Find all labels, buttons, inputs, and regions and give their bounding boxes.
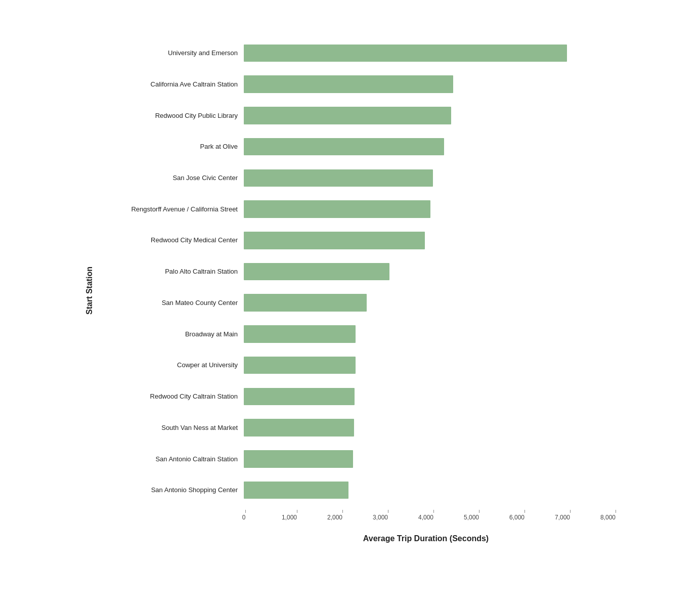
bar-fill	[244, 107, 451, 124]
x-tick-line	[297, 510, 297, 513]
bar-fill	[244, 325, 356, 343]
bar-fill	[244, 45, 567, 62]
bar-row: Rengstorff Avenue / California Street	[97, 194, 608, 225]
bar-fill	[244, 388, 355, 406]
bar-track	[244, 195, 608, 224]
bar-track	[244, 476, 608, 504]
x-tick-label: 5,000	[464, 514, 479, 521]
bar-row: Cowper at University	[97, 350, 608, 381]
bar-label: Broadway at Main	[97, 330, 244, 338]
bar-label: San Antonio Caltrain Station	[97, 455, 244, 463]
bar-fill	[244, 419, 354, 437]
bars-section: University and EmersonCalifornia Ave Cal…	[97, 37, 608, 506]
x-tick: 5,000	[471, 510, 487, 521]
bar-label: Park at Olive	[97, 143, 244, 151]
bar-row: California Ave Caltrain Station	[97, 69, 608, 100]
bar-row: University and Emerson	[97, 37, 608, 69]
x-tick-label: 2,000	[327, 514, 342, 521]
bar-track	[244, 133, 608, 161]
x-tick-label: 7,000	[555, 514, 570, 521]
bar-label: San Mateo County Center	[97, 299, 244, 307]
bar-row: Broadway at Main	[97, 319, 608, 350]
x-tick: 8,000	[608, 510, 623, 521]
x-ticks: 01,0002,0003,0004,0005,0006,0007,0008,00…	[244, 510, 608, 520]
bar-fill	[244, 232, 425, 249]
x-tick: 4,000	[426, 510, 441, 521]
x-tick-line	[245, 510, 246, 513]
x-tick: 3,000	[380, 510, 396, 521]
bar-row: San Jose Civic Center	[97, 162, 608, 194]
bar-track	[244, 226, 608, 254]
bar-label: Cowper at University	[97, 361, 244, 369]
bar-row: Redwood City Medical Center	[97, 225, 608, 256]
bar-track	[244, 289, 608, 317]
bar-label: South Van Ness at Market	[97, 424, 244, 432]
bar-fill	[244, 450, 353, 468]
bar-fill	[244, 138, 444, 156]
bar-track	[244, 101, 608, 129]
x-tick-line	[433, 510, 434, 513]
bar-label: Redwood City Caltrain Station	[97, 392, 244, 401]
bar-row: Palo Alto Caltrain Station	[97, 256, 608, 287]
bar-label: Rengstorff Avenue / California Street	[97, 205, 244, 213]
bar-track	[244, 382, 608, 411]
x-tick-line	[388, 510, 388, 513]
x-tick-label: 4,000	[418, 514, 433, 521]
x-axis-label: Average Trip Duration (Seconds)	[244, 534, 608, 543]
x-tick: 6,000	[517, 510, 532, 521]
x-tick-label: 6,000	[509, 514, 524, 521]
bar-fill	[244, 294, 367, 312]
bar-row: San Mateo County Center	[97, 287, 608, 319]
bar-fill	[244, 75, 453, 93]
x-axis-section: 01,0002,0003,0004,0005,0006,0007,0008,00…	[97, 506, 608, 543]
bar-track	[244, 320, 608, 348]
bar-row: Redwood City Public Library	[97, 100, 608, 131]
bar-row: Park at Olive	[97, 131, 608, 162]
x-tick: 0	[244, 510, 247, 521]
x-tick-line	[616, 510, 616, 513]
bar-track	[244, 351, 608, 379]
y-axis-label: Start Station	[82, 37, 97, 543]
chart-area: Start Station University and EmersonCali…	[82, 37, 608, 543]
bar-row: San Antonio Shopping Center	[97, 474, 608, 506]
bar-fill	[244, 482, 348, 499]
bar-label: University and Emerson	[97, 49, 244, 57]
x-tick-label: 8,000	[600, 514, 616, 521]
x-tick-line	[570, 510, 571, 513]
bar-label: Palo Alto Caltrain Station	[97, 268, 244, 276]
x-tick: 7,000	[562, 510, 578, 521]
x-tick-label: 3,000	[373, 514, 388, 521]
bar-label: Redwood City Public Library	[97, 112, 244, 120]
bar-track	[244, 164, 608, 192]
bar-label: Redwood City Medical Center	[97, 236, 244, 244]
bar-track	[244, 39, 608, 67]
x-tick: 1,000	[289, 510, 304, 521]
x-tick-label: 1,000	[282, 514, 297, 521]
bar-row: San Antonio Caltrain Station	[97, 444, 608, 475]
chart-inner: University and EmersonCalifornia Ave Cal…	[97, 37, 608, 543]
bar-track	[244, 70, 608, 99]
bar-track	[244, 445, 608, 473]
x-tick-line	[524, 510, 525, 513]
bar-label: San Jose Civic Center	[97, 174, 244, 182]
bar-row: South Van Ness at Market	[97, 412, 608, 444]
x-tick-line	[342, 510, 343, 513]
bar-row: Redwood City Caltrain Station	[97, 381, 608, 412]
bar-label: California Ave Caltrain Station	[97, 80, 244, 89]
bar-fill	[244, 263, 389, 281]
bar-track	[244, 257, 608, 286]
x-tick-line	[479, 510, 479, 513]
bar-fill	[244, 357, 356, 374]
chart-container: Start Station University and EmersonCali…	[72, 27, 628, 584]
x-tick-label: 0	[242, 514, 246, 521]
bar-fill	[244, 169, 433, 187]
bar-fill	[244, 200, 430, 218]
x-tick: 2,000	[335, 510, 350, 521]
bar-label: San Antonio Shopping Center	[97, 486, 244, 494]
bar-track	[244, 414, 608, 442]
